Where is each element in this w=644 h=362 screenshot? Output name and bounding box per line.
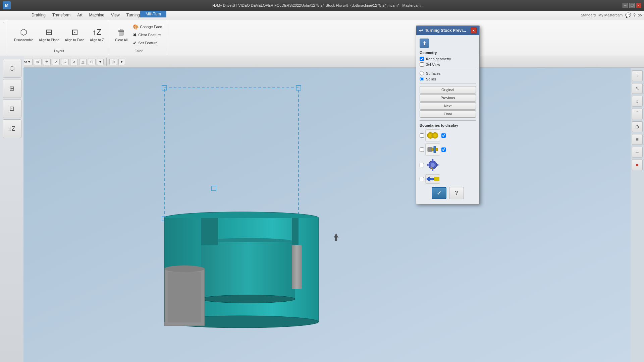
disassemble-btn[interactable]: ⬡ Disassemble xyxy=(12,23,35,47)
final-btn[interactable]: Final xyxy=(420,110,476,118)
align-plane-icon: ⊞ xyxy=(46,27,52,37)
snap-btn2[interactable]: ✛ xyxy=(43,59,51,65)
right-hook-btn[interactable]: ⌒ xyxy=(632,109,643,119)
grid-btn[interactable]: ⊞ xyxy=(109,59,117,65)
svg-marker-48 xyxy=(430,131,431,133)
clear-all-btn[interactable]: 🗑 Clear All xyxy=(113,23,129,47)
right-layers-btn[interactable]: ≡ xyxy=(632,134,643,145)
dialog-back-btn[interactable]: ⬆ xyxy=(420,39,429,48)
right-plus-btn[interactable]: + xyxy=(632,70,643,81)
ribbon: › ⬡ Disassemble ⊞ Align to Plane ⊡ Align… xyxy=(0,19,644,56)
align-plane-sidebar-btn[interactable]: ⊞ xyxy=(3,79,21,98)
svg-rect-38 xyxy=(292,245,302,289)
restore-btn[interactable]: ❐ xyxy=(629,3,635,8)
disassemble-sidebar-icon: ⬡ xyxy=(9,65,15,72)
align-face-icon: ⊡ xyxy=(71,27,78,37)
svg-rect-56 xyxy=(434,146,436,153)
menubar: Drafting Transform Art Machine View Turn… xyxy=(0,11,644,19)
align-face-sidebar-icon: ⊡ xyxy=(9,105,14,112)
boundary-2a-checkbox[interactable] xyxy=(420,147,424,152)
ok-btn[interactable]: ✓ xyxy=(432,187,446,199)
change-face-icon: 🎨 xyxy=(133,24,139,29)
next-btn[interactable]: Next xyxy=(420,102,476,110)
color-small-btns: 🎨 Change Face ✖ Clear Feature ✔ Set Feat… xyxy=(131,23,164,47)
boundary-2b-checkbox[interactable] xyxy=(441,147,446,152)
menu-transform[interactable]: Transform xyxy=(49,11,74,19)
chat-icon: 💬 xyxy=(625,12,631,18)
boundary-1b-checkbox[interactable] xyxy=(441,133,446,138)
right-cursor-btn[interactable]: ↖ xyxy=(632,83,643,94)
close-btn[interactable]: × xyxy=(636,3,641,8)
keep-geometry-checkbox[interactable] xyxy=(420,57,424,61)
ribbon-group-layout: ⬡ Disassemble ⊞ Align to Plane ⊡ Align t… xyxy=(9,21,109,54)
disassemble-sidebar-btn[interactable]: ⬡ xyxy=(3,59,21,78)
dialog-turning-stock: ↩ Turning Stock Previ... × ⬆ Geometry Ke… xyxy=(416,25,480,204)
clear-feature-icon: ✖ xyxy=(133,32,137,38)
svg-point-53 xyxy=(433,134,437,137)
right-circle-btn[interactable]: ○ xyxy=(632,96,643,107)
color-buttons: 🗑 Clear All 🎨 Change Face ✖ Clear Featur… xyxy=(113,21,164,48)
boundary-3-checkbox[interactable] xyxy=(420,163,424,167)
svg-rect-41 xyxy=(168,272,201,322)
solids-row: Solids xyxy=(420,77,476,81)
boundary-row-3 xyxy=(420,158,476,172)
help-btn[interactable]: ? xyxy=(449,187,464,199)
previous-btn[interactable]: Previous xyxy=(420,94,476,102)
align-to-face-btn[interactable]: ⊡ Align to Face xyxy=(63,23,86,47)
dialog-close-btn[interactable]: × xyxy=(471,27,477,34)
view-3-4-checkbox[interactable] xyxy=(420,62,424,67)
change-face-btn[interactable]: 🎨 Change Face xyxy=(131,23,164,31)
svg-rect-36 xyxy=(201,242,295,299)
right-arrow-btn[interactable]: → xyxy=(632,147,643,158)
color-group-label: Color xyxy=(135,49,143,53)
snap-btn4[interactable]: ⊙ xyxy=(61,59,69,65)
align-z-sidebar-btn[interactable]: ↕Z xyxy=(3,119,21,138)
menu-machine[interactable]: Machine xyxy=(86,11,108,19)
svg-marker-49 xyxy=(430,138,431,139)
minimize-btn[interactable]: ─ xyxy=(623,3,628,8)
titlebar: M H:\My Drive\ST VIDEO DEVELOPER FOLDERS… xyxy=(0,0,644,11)
snap-btn7[interactable]: ⊡ xyxy=(88,59,96,65)
toolbar-divider xyxy=(106,58,107,66)
layout-group-label: Layout xyxy=(54,49,64,53)
grid-toggle[interactable]: ▾ xyxy=(118,59,125,65)
menu-art[interactable]: Art xyxy=(74,11,86,19)
nav-buttons: Original Previous Next Final xyxy=(420,86,476,118)
align-to-plane-btn[interactable]: ⊞ Align to Plane xyxy=(37,23,62,47)
svg-point-37 xyxy=(201,295,295,303)
dialog-title-text: Turning Stock Previ... xyxy=(425,28,466,33)
boundaries-section: Boundaries to display xyxy=(420,123,476,184)
align-face-sidebar-btn[interactable]: ⊡ xyxy=(3,99,21,118)
toolbar2: ↖ AutoCursor ▾ ⊕ ✛ ↗ ⊙ ⊘ △ ⊡ ▾ ⊞ ▾ xyxy=(0,56,644,68)
keep-geometry-row: Keep geometry xyxy=(420,57,476,61)
set-feature-btn[interactable]: ✔ Set Feature xyxy=(131,39,164,47)
app-tab[interactable]: Mill-Turn xyxy=(140,11,166,17)
menu-view[interactable]: View xyxy=(108,11,123,19)
align-z-sidebar-icon: ↕Z xyxy=(9,125,15,132)
boundary-row-2 xyxy=(420,143,476,156)
solids-label: Solids xyxy=(426,77,436,81)
snap-btn6[interactable]: △ xyxy=(79,59,87,65)
right-red-btn[interactable]: ■ xyxy=(632,160,643,170)
align-z-icon: ↑Z xyxy=(92,27,101,37)
original-btn[interactable]: Original xyxy=(420,86,476,94)
boundary-4-checkbox[interactable] xyxy=(420,177,424,181)
svg-rect-55 xyxy=(432,148,434,150)
svg-point-62 xyxy=(427,164,429,166)
boundary-icon-2a xyxy=(425,143,440,156)
keep-geometry-label: Keep geometry xyxy=(426,57,451,61)
svg-point-61 xyxy=(432,169,434,171)
boundary-1a-checkbox[interactable] xyxy=(420,133,424,138)
right-globe-btn[interactable]: ⊙ xyxy=(632,121,643,132)
solids-radio[interactable] xyxy=(420,77,424,81)
snap-btn3[interactable]: ↗ xyxy=(52,59,60,65)
snap-btn8[interactable]: ▾ xyxy=(97,59,104,65)
dropdown-arrow: ▾ xyxy=(28,60,30,64)
snap-btn5[interactable]: ⊘ xyxy=(70,59,78,65)
clear-feature-btn[interactable]: ✖ Clear Feature xyxy=(131,31,164,39)
align-to-z-btn[interactable]: ↑Z Align to Z xyxy=(88,23,106,47)
snap-btn1[interactable]: ⊕ xyxy=(34,59,42,65)
surfaces-radio[interactable] xyxy=(420,71,424,75)
menu-drafting[interactable]: Drafting xyxy=(28,11,49,19)
svg-rect-42 xyxy=(201,218,218,245)
